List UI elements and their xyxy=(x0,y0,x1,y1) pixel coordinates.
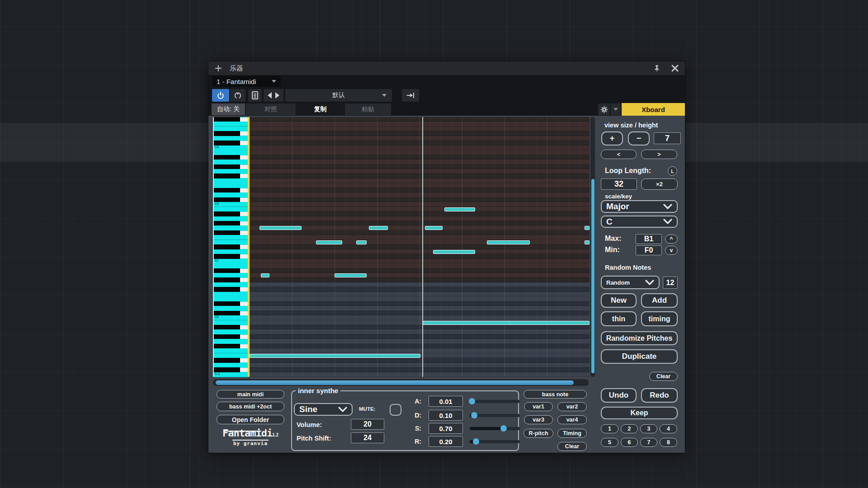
playhead[interactable] xyxy=(422,117,423,377)
timing-button[interactable]: timing xyxy=(641,311,678,326)
new-button[interactable]: New xyxy=(601,293,637,308)
titlebar[interactable]: 乐器 xyxy=(208,61,685,75)
piano-key-E0[interactable] xyxy=(214,296,248,301)
settings-caret-button[interactable] xyxy=(611,103,621,115)
adsr-slider[interactable] xyxy=(469,423,520,434)
slider-thumb[interactable] xyxy=(471,412,477,418)
smart-knob-button[interactable] xyxy=(230,89,245,102)
loop-double-button[interactable]: ×2 xyxy=(641,178,678,190)
piano-key-B1[interactable] xyxy=(214,207,248,212)
thin-button[interactable]: thin xyxy=(601,311,637,326)
min-down-button[interactable]: v xyxy=(665,246,678,255)
adsr-slider[interactable] xyxy=(469,436,520,447)
piano-key-F1[interactable] xyxy=(214,235,248,240)
midi-note[interactable] xyxy=(425,226,443,230)
max-note-field[interactable]: B1 xyxy=(636,234,662,244)
bank-dropdown[interactable]: 默认 xyxy=(285,89,392,102)
horizontal-scrollbar[interactable] xyxy=(213,379,589,386)
var1-button[interactable]: var1 xyxy=(524,402,553,411)
piano-key-D#3[interactable] xyxy=(214,131,248,136)
piano-key-A#2[interactable] xyxy=(214,155,248,160)
piano-key-G0[interactable] xyxy=(214,282,248,287)
piano-key-C1[interactable]: C1 xyxy=(214,259,248,264)
midi-note[interactable] xyxy=(433,250,475,254)
prev-preset-icon[interactable] xyxy=(268,92,272,99)
piano-key-C#1[interactable] xyxy=(214,254,248,259)
scroll-left-button[interactable]: < xyxy=(601,150,637,159)
vertical-scrollbar-thumb[interactable] xyxy=(591,179,594,373)
scale-dropdown[interactable]: Major xyxy=(601,200,678,213)
midi-note[interactable] xyxy=(423,321,590,325)
piano-key-G#-1[interactable] xyxy=(214,334,248,339)
pin-icon[interactable] xyxy=(653,64,661,72)
piano-key-C0[interactable]: C0 xyxy=(214,315,248,320)
piano-key-C#2[interactable] xyxy=(214,197,248,202)
piano-key-G#2[interactable] xyxy=(214,164,248,169)
piano-key-F-1[interactable] xyxy=(214,348,248,353)
keep-slot-3[interactable]: 3 xyxy=(640,424,657,433)
open-folder-button[interactable]: Open Folder xyxy=(217,415,284,424)
next-preset-icon[interactable] xyxy=(275,92,279,99)
piano-key-E2[interactable] xyxy=(214,183,248,188)
horizontal-scrollbar-thumb[interactable] xyxy=(216,380,574,385)
piano-key-A0[interactable] xyxy=(214,273,248,278)
piano-key-A2[interactable] xyxy=(214,160,248,164)
piano-key-B2[interactable] xyxy=(214,150,248,155)
adsr-field[interactable]: 0.01 xyxy=(429,396,463,407)
bass-midi-button[interactable]: bass midi +2oct xyxy=(217,402,284,411)
midi-note[interactable] xyxy=(585,226,590,230)
var4-button[interactable]: var4 xyxy=(557,415,587,424)
keep-slot-7[interactable]: 7 xyxy=(640,438,657,447)
min-note-field[interactable]: F0 xyxy=(636,245,662,255)
midi-note[interactable] xyxy=(585,240,590,244)
piano-key-C3[interactable]: C3 xyxy=(214,145,248,150)
piano-key-G#0[interactable] xyxy=(214,277,248,282)
tab-1[interactable]: 自动: 关 xyxy=(212,103,245,115)
piano-key-D#0[interactable] xyxy=(214,301,248,306)
tab-2[interactable]: 对照 xyxy=(246,103,296,115)
loop-length-field[interactable]: 32 xyxy=(601,178,637,190)
duplicate-button[interactable]: Duplicate xyxy=(601,349,678,364)
piano-key-C2[interactable]: C2 xyxy=(214,202,248,207)
mute-checkbox[interactable] xyxy=(390,404,401,416)
add-icon[interactable] xyxy=(214,64,222,72)
close-icon[interactable] xyxy=(671,65,679,72)
midi-note[interactable] xyxy=(316,240,342,244)
adsr-field[interactable]: 0.70 xyxy=(429,423,463,434)
keep-slot-5[interactable]: 5 xyxy=(601,438,618,447)
tab-3[interactable]: 复制 xyxy=(296,103,344,115)
clear-button[interactable]: Clear xyxy=(649,372,678,381)
volume-field[interactable]: 20 xyxy=(351,419,384,430)
loop-l-button[interactable]: L xyxy=(668,166,677,176)
midi-note[interactable] xyxy=(250,354,420,358)
send-to-button[interactable] xyxy=(402,89,419,102)
midi-note[interactable] xyxy=(356,240,367,244)
piano-key-F#0[interactable] xyxy=(214,287,248,292)
keep-slot-2[interactable]: 2 xyxy=(621,424,638,433)
piano-key-G2[interactable] xyxy=(214,169,248,174)
piano-key-D3[interactable] xyxy=(214,136,248,141)
piano-key-E3[interactable] xyxy=(214,127,248,131)
slider-thumb[interactable] xyxy=(500,425,507,432)
piano-key-F0[interactable] xyxy=(214,292,248,297)
max-up-button[interactable]: ^ xyxy=(665,235,678,244)
keep-slot-6[interactable]: 6 xyxy=(621,438,638,447)
piano-key-A-1[interactable] xyxy=(214,329,248,334)
redo-button[interactable]: Redo xyxy=(641,388,678,403)
view-minus-button[interactable]: − xyxy=(628,131,650,145)
piano-key-F2[interactable] xyxy=(214,178,248,183)
midi-note[interactable] xyxy=(261,273,269,277)
midi-note[interactable] xyxy=(259,226,302,230)
random-mode-dropdown[interactable]: Random xyxy=(601,276,660,289)
piano-key-C#0[interactable] xyxy=(214,311,248,316)
clear-var-button[interactable]: Clear xyxy=(557,442,587,451)
note-grid[interactable] xyxy=(250,117,590,377)
add-button[interactable]: Add xyxy=(641,293,678,308)
adsr-field[interactable]: 0.10 xyxy=(429,410,463,421)
midi-note[interactable] xyxy=(487,240,530,244)
piano-key-G-1[interactable] xyxy=(214,339,248,344)
piano-key-F3[interactable] xyxy=(214,122,248,127)
piano-key-A1[interactable] xyxy=(214,216,248,221)
piano-key-C#3[interactable] xyxy=(214,141,248,145)
xboard-button[interactable]: Xboard xyxy=(621,103,685,116)
